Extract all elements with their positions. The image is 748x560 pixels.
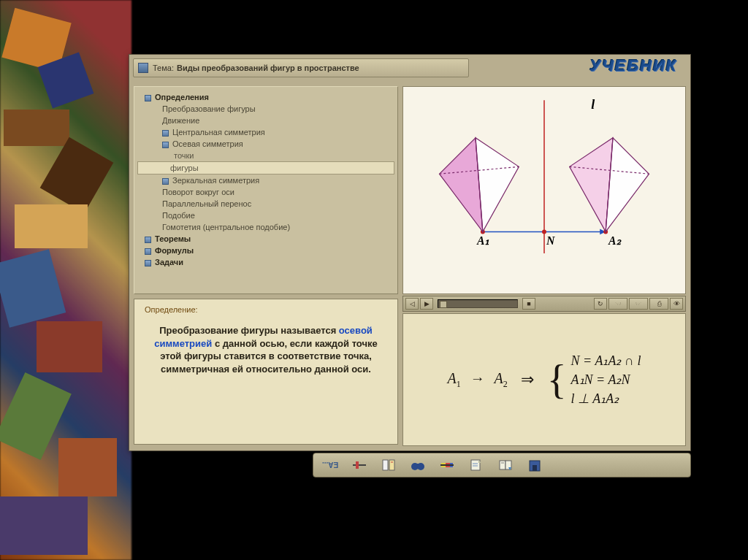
bullet-icon [145, 237, 151, 243]
next-hand-button[interactable]: ☞ [629, 298, 648, 310]
nav-item-homothety[interactable]: Гомотетия (центральное подобие) [140, 221, 392, 233]
bullet-icon [145, 248, 151, 255]
topic-bar: Тема: Виды преобразований фигур в простр… [133, 58, 469, 77]
svg-rect-39 [533, 465, 537, 471]
svg-rect-20 [383, 460, 388, 470]
bullet-icon [162, 178, 169, 185]
background-art [0, 0, 131, 560]
loop-button[interactable]: ↻ [594, 298, 607, 310]
notes-button[interactable] [378, 456, 400, 474]
nav-item-problems[interactable]: Задачи [140, 256, 392, 268]
svg-point-5 [542, 229, 546, 234]
bullet-icon [145, 95, 151, 101]
pages-button[interactable] [495, 456, 516, 474]
nav-item-rotation[interactable]: Поворот вокруг оси [140, 186, 392, 198]
definition-header: Определение: [145, 305, 387, 314]
topic-label: Тема: [153, 64, 174, 72]
nav-item-definitions[interactable]: Определения [140, 91, 392, 103]
svg-rect-34 [500, 461, 505, 469]
topic-title: Виды преобразований фигур в пространстве [177, 64, 359, 72]
ea-button[interactable]: EA... [319, 456, 341, 474]
definition-body: Преобразование фигуры называется осевой … [145, 324, 387, 375]
formula-row-3: l ⊥ A₁A₂ [571, 391, 641, 407]
formula-lhs: A1 → A2 [448, 370, 508, 390]
formula-cases: { N = A₁A₂ ∩ l A₁N = A₂N l ⊥ A₁A₂ [547, 353, 641, 407]
app-window: Тема: Виды преобразований фигур в простр… [129, 54, 691, 451]
formula-row-1: N = A₁A₂ ∩ l [571, 353, 641, 369]
nav-item-points[interactable]: точки [140, 150, 392, 161]
slider-tool-button[interactable] [348, 456, 370, 474]
bullet-icon [162, 142, 169, 148]
book-button[interactable] [465, 456, 487, 474]
bottom-toolbar: EA... [313, 453, 691, 477]
media-toolbar: ◁ ▶ ■ ↻ ☜ ☞ ⎙ 👁 [402, 296, 686, 312]
nav-item-formulas[interactable]: Формулы [140, 245, 392, 256]
svg-text:N: N [546, 234, 555, 247]
svg-text:A₂: A₂ [608, 234, 622, 247]
svg-text:A₁: A₁ [476, 234, 489, 247]
stop-button[interactable]: ■ [522, 298, 535, 310]
nav-item-motion[interactable]: Движение [140, 115, 392, 126]
geometry-figure: l A₁ N A₂ [403, 87, 685, 294]
definition-panel: Определение: Преобразование фигуры назыв… [134, 299, 398, 445]
svg-rect-21 [389, 460, 394, 470]
print-button[interactable]: ⎙ [649, 298, 668, 310]
nav-item-figures[interactable]: фигуры [137, 161, 394, 174]
nav-item-axial-symmetry[interactable]: Осевая симметрия [140, 138, 392, 150]
bullet-icon [162, 130, 169, 137]
nav-item-theorems[interactable]: Теоремы [140, 233, 392, 245]
nav-tree: Определения Преобразование фигуры Движен… [134, 86, 398, 294]
formula-row-2: A₁N = A₂N [571, 372, 641, 388]
formula-panel: A1 → A2 ⇒ { N = A₁A₂ ∩ l A₁N = A₂N l ⊥ A… [402, 313, 686, 446]
nav-item-translation[interactable]: Параллельный перенос [140, 198, 392, 210]
home-button[interactable] [524, 456, 546, 474]
flag-button[interactable] [436, 456, 458, 474]
play-button[interactable]: ▶ [420, 298, 433, 310]
nav-item-transform[interactable]: Преобразование фигуры [140, 103, 392, 115]
svg-rect-19 [356, 461, 359, 469]
sound-button[interactable]: ◁ [405, 298, 419, 310]
figure-panel: l A₁ N A₂ [402, 86, 686, 294]
svg-rect-25 [416, 464, 419, 466]
nav-item-similarity[interactable]: Подобие [140, 210, 392, 221]
implies-symbol: ⇒ [521, 370, 534, 389]
brand-logo: УЧЕБНИК [589, 56, 677, 75]
view-button[interactable]: 👁 [670, 298, 683, 310]
bullet-icon [145, 260, 151, 266]
svg-text:l: l [591, 97, 595, 112]
prev-hand-button[interactable]: ☜ [608, 298, 627, 310]
nav-item-central-symmetry[interactable]: Центральная симметрия [140, 126, 392, 138]
progress-slider[interactable] [438, 299, 518, 308]
binoculars-button[interactable] [407, 456, 429, 474]
svg-rect-18 [353, 464, 366, 466]
nav-item-mirror-symmetry[interactable]: Зеркальная симметрия [140, 174, 392, 186]
topic-icon [138, 63, 148, 73]
